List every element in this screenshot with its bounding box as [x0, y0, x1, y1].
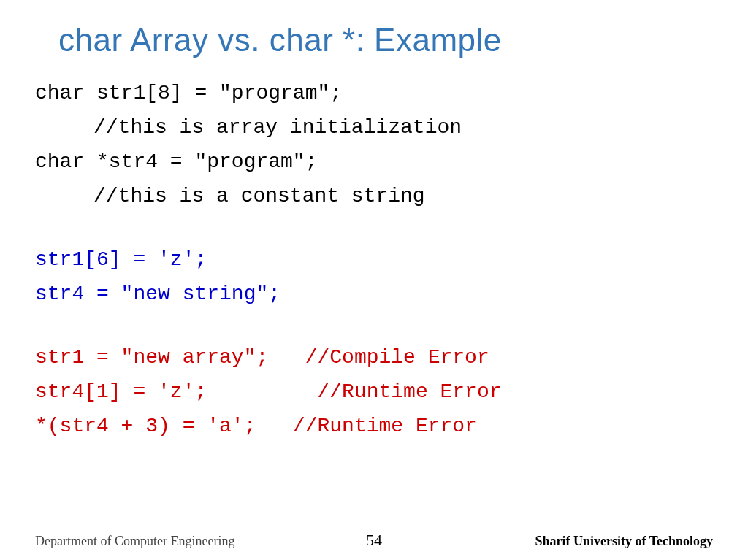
error-label: Error: [440, 380, 502, 403]
code-line: char str1[8] = "program";: [35, 76, 713, 110]
code-comment: //this is array initialization: [35, 110, 713, 145]
code-line-error: str1 = "new array"; //Compile Error: [35, 340, 713, 375]
slide-title: char Array vs. char *: Example: [58, 22, 713, 58]
slide-footer: Department of Computer Engineering 54 Sh…: [0, 531, 748, 550]
code-block: char str1[8] = "program"; //this is arra…: [35, 76, 713, 443]
code-line-valid: str4 = "new string";: [35, 277, 713, 311]
blank-line: [35, 311, 713, 340]
footer-university: Sharif University of Technology: [418, 534, 713, 549]
error-label: Error: [416, 415, 477, 437]
error-label: Error: [428, 346, 489, 369]
footer-department: Department of Computer Engineering: [35, 534, 330, 549]
code-line: char *str4 = "program";: [35, 145, 713, 179]
code-comment: //this is a constant string: [35, 179, 713, 213]
slide: char Array vs. char *: Example char str1…: [0, 0, 748, 560]
code-line-error: *(str4 + 3) = 'a'; //Runtime Error: [35, 409, 713, 443]
error-comment: //Compile: [268, 346, 427, 369]
code-line-error: str4[1] = 'z'; //Runtime Error: [35, 375, 713, 409]
error-comment: //Runtime: [256, 415, 415, 437]
code-text: str1 = "new array";: [35, 346, 268, 369]
footer-page-number: 54: [330, 531, 418, 550]
error-comment: //Runtime: [207, 380, 440, 403]
blank-line: [35, 213, 713, 242]
code-line-valid: str1[6] = 'z';: [35, 242, 713, 277]
code-text: *(str4 + 3) = 'a';: [35, 415, 256, 437]
code-text: str4[1] = 'z';: [35, 380, 207, 403]
